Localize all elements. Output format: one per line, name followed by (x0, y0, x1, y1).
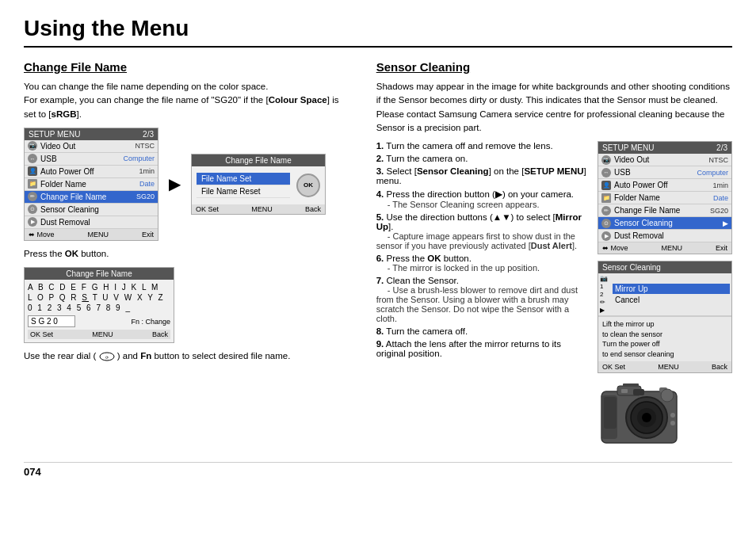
kb-row3: 0 1 2 3 4 5 6 7 8 9 _ (28, 303, 170, 312)
kb-fn-label: Fn : Change (131, 318, 170, 326)
cancel-option: Cancel (613, 295, 730, 305)
sensor-num2-icon: 2 (600, 291, 608, 298)
arrow-icon: ▶ (28, 217, 37, 227)
step-7: 7. Clean the Sensor. - Use a brush-less … (376, 276, 588, 323)
pencil-icon2: ✏ (601, 206, 611, 216)
person1-icon: 👤 (28, 166, 37, 176)
kb-row1: A B C D E F G H I J K L M (28, 283, 170, 292)
svg-point-15 (670, 421, 675, 425)
svg-rect-9 (623, 383, 639, 387)
step-8: 8. Turn the camera off. (376, 326, 588, 336)
usb-icon2: ↔ (601, 168, 611, 177)
filename-set-row: File Name Set (197, 173, 290, 185)
menu2-folder: 📁 Folder Name Date (598, 192, 731, 204)
steps-list: 1. Turn the camera off and remove the le… (376, 141, 588, 449)
file-name-footer1: OK SetMENUBack (192, 204, 325, 214)
left-diagram: SETUP MENU 2/3 📷 Video Out NTSC ↔ USB Co… (24, 128, 353, 241)
left-column: Change File Name You can change the file… (24, 60, 353, 449)
menu2-video: 📷 Video Out NTSC (598, 154, 731, 166)
menu-row-folder: 📁 Folder Name Date (25, 178, 158, 191)
right-section-title: Sensor Cleaning (376, 60, 732, 74)
menu-row-sensor: ⊙ Sensor Cleaning (25, 204, 158, 216)
pencil-icon: ✏ (28, 192, 37, 201)
sensor-menu-row-icons: 📷 1 2 ✏ ▶ Mirror Up Cancel (598, 273, 731, 316)
sensor-description: Shadows may appear in the image for whit… (376, 80, 732, 135)
menu2-footer: ⬌ Move MENU Exit (598, 242, 731, 254)
press-ok-text: Press the OK button. (24, 247, 353, 261)
camera2-icon: ⊙ (28, 204, 37, 214)
step-3: 3. Select [Sensor Cleaning] on the [SETU… (376, 166, 588, 185)
menu-row-video-out: 📷 Video Out NTSC (25, 140, 158, 153)
svg-point-14 (670, 413, 675, 418)
svg-rect-16 (604, 397, 617, 429)
sensor-arrow-icon: ▶ (600, 307, 608, 314)
camera-dial: OK (296, 174, 320, 197)
usb-icon: ↔ (28, 154, 37, 163)
setup-menu-page: 2/3 (143, 130, 154, 139)
kb-row2: L O P Q R S T U V W X Y Z (28, 293, 170, 302)
sensor-num1-icon: 1 (600, 283, 608, 290)
camera-icon2: 📷 (601, 155, 611, 165)
step-2: 2. Turn the camera on. (376, 154, 588, 163)
page-title: Using the Menu (24, 16, 732, 48)
left-section-title: Change File Name (24, 60, 353, 74)
menu2-dust: ▶ Dust Removal (598, 230, 731, 242)
person-icon2: 👤 (601, 181, 611, 190)
sensor-cam-icon: 📷 (600, 275, 608, 282)
right-arrow-icon: ▶ (162, 174, 187, 193)
rear-dial-text: Use the rear dial ( ⟳ ) and Fn button to… (24, 349, 353, 363)
step-1: 1. Turn the camera off and remove the le… (376, 141, 588, 151)
menu-row-filename: ✏ Change File Name SG20 (25, 191, 158, 204)
menu2-sensor: ⊙ Sensor Cleaning ▶ (598, 217, 731, 230)
kb-input-value: S G 2 0 (28, 315, 75, 327)
step-9: 9. Attach the lens after the mirror retu… (376, 339, 588, 358)
folder-icon2: 📁 (601, 193, 611, 203)
menu-row-usb: ↔ USB Computer (25, 153, 158, 166)
filename-reset-row: File Name Reset (197, 185, 290, 198)
step-4: 4. Press the direction button (▶) on you… (376, 189, 588, 209)
setup-menu-box: SETUP MENU 2/3 📷 Video Out NTSC ↔ USB Co… (24, 128, 158, 241)
svg-point-8 (642, 413, 651, 422)
svg-point-13 (661, 389, 674, 402)
rear-dial-icon: ⟳ (99, 352, 115, 361)
folder-icon: 📁 (28, 179, 37, 189)
menu-row-auto-power: 👤 Auto Power Off 1min (25, 166, 158, 178)
menu2-autopower: 👤 Auto Power Off 1min (598, 179, 731, 192)
mirror-up-option: Mirror Up (613, 284, 730, 294)
svg-rect-11 (621, 389, 628, 393)
camera-photo-container (598, 380, 732, 449)
right-menus: SETUP MENU 2/3 📷 Video Out NTSC ↔ USB Co… (598, 141, 732, 449)
sensor-pencil-icon: ✏ (600, 299, 608, 306)
sensor-menu-description: Lift the mirror upto clean the sensorTur… (598, 316, 731, 361)
dust-icon2: ▶ (601, 231, 611, 241)
right-column: Sensor Cleaning Shadows may appear in th… (376, 60, 732, 449)
menu2-usb: ↔ USB Computer (598, 166, 731, 179)
step-6: 6. Press the OK button. - The mirror is … (376, 254, 588, 273)
step-5: 5. Use the direction buttons (▲▼) to sel… (376, 212, 588, 250)
kb-footer: OK SetMENUBack (28, 330, 170, 339)
page-number: 074 (24, 466, 41, 478)
menu2-changefile: ✏ Change File Name SG20 (598, 204, 731, 217)
kb-box: Change File Name A B C D E F G H I J K L… (24, 267, 174, 343)
setup-menu-box2: SETUP MENU 2/3 📷 Video Out NTSC ↔ USB Co… (598, 141, 732, 254)
svg-text:⟳: ⟳ (105, 355, 109, 360)
sensor-menu-footer: OK Set MENU Back (598, 361, 731, 372)
sensor-menu-box: Sensor Cleaning 📷 1 2 ✏ ▶ (598, 261, 732, 373)
svg-rect-12 (633, 389, 644, 395)
left-intro: You can change the file name depending o… (24, 80, 353, 121)
camera-body-svg (598, 380, 685, 447)
menu-row-dust: ▶ Dust Removal (25, 216, 158, 229)
camera-icon: 📷 (28, 141, 37, 151)
setup-menu-header-label: SETUP MENU (29, 130, 80, 139)
file-name-box1: Change File Name File Name Set File Name… (191, 154, 326, 215)
menu-footer: ⬌ Move MENU Exit (25, 229, 158, 240)
sensor-icon2: ⊙ (601, 219, 611, 228)
